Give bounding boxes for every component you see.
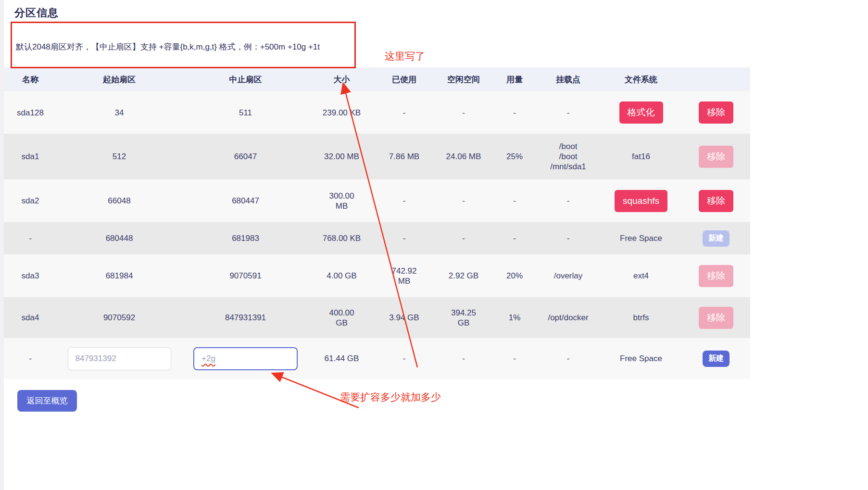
action-cell: 新建: [682, 222, 750, 254]
action-cell: 移除: [682, 179, 750, 222]
end-sector-input[interactable]: +2g: [193, 347, 298, 370]
mount-cell: /overlay: [536, 254, 600, 297]
name-cell: sda128: [4, 91, 57, 134]
annotation-note-bottom: 需要扩容多少就加多少: [340, 390, 441, 404]
create-button: 新建: [703, 230, 730, 247]
annotation-note-top: 这里写了: [385, 50, 425, 63]
used-cell: -: [374, 179, 434, 222]
size-cell: 400.00 GB: [309, 297, 374, 338]
column-header: 中止扇区: [182, 67, 309, 91]
end-cell: 66047: [182, 134, 309, 179]
used-cell: 3.94 GB: [374, 297, 434, 338]
used-cell: 7.86 MB: [374, 134, 434, 179]
start-cell: 681984: [57, 254, 182, 297]
remove-button: 移除: [699, 146, 733, 168]
free-cell: -: [434, 338, 493, 379]
usage-cell: -: [493, 91, 536, 134]
fs-cell: fat16: [600, 134, 682, 179]
fs-cell: Free Space: [600, 222, 682, 254]
column-header: 空闲空间: [434, 67, 493, 91]
mount-cell: -: [536, 91, 600, 134]
end-cell: +2g: [182, 338, 309, 379]
column-header: 已使用: [374, 67, 434, 91]
fs-cell: 格式化: [600, 91, 682, 134]
remove-button: 移除: [699, 307, 733, 329]
used-cell: 742.92 MB: [374, 254, 434, 297]
used-cell: -: [374, 338, 434, 379]
table-row: sda49070592847931391400.00 GB3.94 GB394.…: [4, 297, 750, 338]
usage-cell: -: [493, 179, 536, 222]
usage-cell: 1%: [493, 297, 536, 338]
table-row: sda15126604732.00 MB7.86 MB24.06 MB25%/b…: [4, 134, 750, 179]
remove-button[interactable]: 移除: [699, 190, 733, 212]
column-header: 文件系统: [600, 67, 682, 91]
used-cell: -: [374, 222, 434, 254]
name-cell: sda1: [4, 134, 57, 179]
table-row: -847931392+2g61.44 GB----Free Space新建: [4, 338, 750, 379]
usage-cell: -: [493, 222, 536, 254]
action-cell: 新建: [682, 338, 750, 379]
start-cell: 512: [57, 134, 182, 179]
fs-cell: squashfs: [600, 179, 682, 222]
mount-cell: -: [536, 179, 600, 222]
end-cell: 680447: [182, 179, 309, 222]
mount-cell: /opt/docker: [536, 297, 600, 338]
free-cell: -: [434, 179, 493, 222]
end-cell: 9070591: [182, 254, 309, 297]
remove-button: 移除: [699, 265, 733, 287]
size-cell: 4.00 GB: [309, 254, 374, 297]
column-header: 起始扇区: [57, 67, 182, 91]
size-cell: 61.44 GB: [309, 338, 374, 379]
mount-cell: -: [536, 222, 600, 254]
column-header: 用量: [493, 67, 536, 91]
table-row: -680448681983768.00 KB----Free Space新建: [4, 222, 750, 254]
annotation-red-box: 默认2048扇区对齐，【中止扇区】支持 +容量{b,k,m,g,t} 格式，例：…: [11, 22, 356, 68]
size-cell: 300.00 MB: [309, 179, 374, 222]
used-cell: -: [374, 91, 434, 134]
fs-cell: btrfs: [600, 297, 682, 338]
action-cell: 移除: [682, 91, 750, 134]
name-cell: sda3: [4, 254, 57, 297]
table-row: sda368198490705914.00 GB742.92 MB2.92 GB…: [4, 254, 750, 297]
back-to-overview-button[interactable]: 返回至概览: [17, 390, 77, 412]
start-cell: 680448: [57, 222, 182, 254]
end-cell: 511: [182, 91, 309, 134]
free-cell: -: [434, 91, 493, 134]
name-cell: -: [4, 222, 57, 254]
size-cell: 32.00 MB: [309, 134, 374, 179]
table-row: sda12834511239.00 KB----格式化移除: [4, 91, 750, 134]
table-row: sda266048680447300.00 MB----squashfs移除: [4, 179, 750, 222]
action-cell: 移除: [682, 134, 750, 179]
start-cell: 9070592: [57, 297, 182, 338]
name-cell: -: [4, 338, 57, 379]
size-cell: 239.00 KB: [309, 91, 374, 134]
size-cell: 768.00 KB: [309, 222, 374, 254]
free-cell: 2.92 GB: [434, 254, 493, 297]
name-cell: sda4: [4, 297, 57, 338]
filesystem-button[interactable]: squashfs: [615, 190, 667, 212]
action-cell: 移除: [682, 297, 750, 338]
mount-cell: -: [536, 338, 600, 379]
name-cell: sda2: [4, 179, 57, 222]
usage-cell: 20%: [493, 254, 536, 297]
page-left-gutter: [0, 0, 4, 490]
free-cell: 394.25 GB: [434, 297, 493, 338]
table-header-row: 名称起始扇区中止扇区大小已使用空闲空间用量挂载点文件系统: [4, 67, 750, 91]
page-title: 分区信息: [14, 6, 59, 20]
free-cell: -: [434, 222, 493, 254]
format-button[interactable]: 格式化: [619, 101, 663, 124]
usage-cell: 25%: [493, 134, 536, 179]
create-button[interactable]: 新建: [703, 351, 730, 367]
fs-cell: Free Space: [600, 338, 682, 379]
end-cell: 847931391: [182, 297, 309, 338]
end-cell: 681983: [182, 222, 309, 254]
end-sector-input-value: +2g: [201, 354, 215, 364]
free-cell: 24.06 MB: [434, 134, 493, 179]
remove-button[interactable]: 移除: [699, 101, 733, 124]
column-header: 挂载点: [536, 67, 600, 91]
action-cell: 移除: [682, 254, 750, 297]
partition-table: 名称起始扇区中止扇区大小已使用空闲空间用量挂载点文件系统sda128345112…: [4, 67, 750, 379]
start-sector-input[interactable]: 847931392: [68, 347, 171, 370]
column-header: [682, 67, 750, 91]
column-header: 大小: [309, 67, 374, 91]
